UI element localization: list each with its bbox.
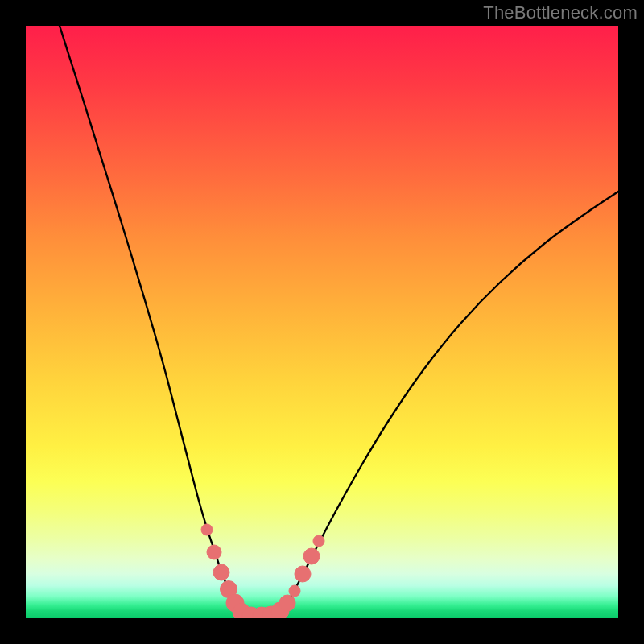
bottleneck-curve (60, 26, 618, 617)
curve-markers (201, 524, 324, 618)
watermark: TheBottleneck.com (483, 2, 638, 23)
curve-marker (201, 524, 213, 535)
curve-marker (313, 535, 324, 547)
curve-marker (207, 545, 221, 559)
chart-frame: TheBottleneck.com (0, 0, 644, 644)
chart-svg (26, 26, 618, 618)
curve-marker (295, 566, 311, 582)
curve-marker (279, 595, 295, 611)
chart-plot-area (26, 26, 618, 618)
curve-marker (289, 585, 300, 597)
curve-marker (213, 564, 229, 580)
curve-marker (303, 548, 320, 564)
